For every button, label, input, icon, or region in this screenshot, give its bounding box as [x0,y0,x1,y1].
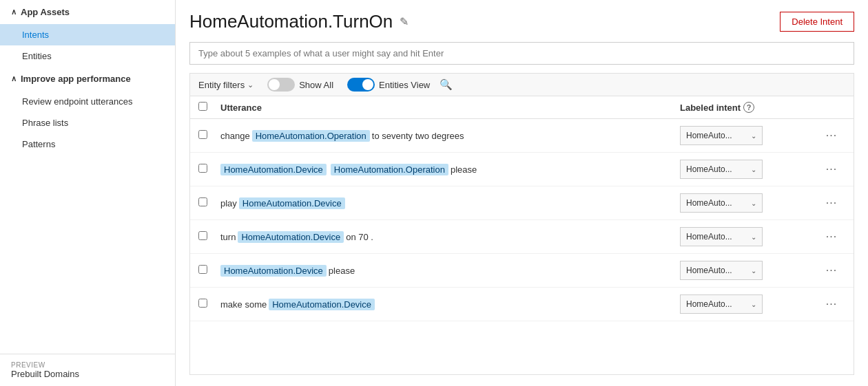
table-body: change HomeAutomation.Operation to seven… [190,119,854,321]
utterance-plain-text: change [220,131,250,141]
entity-tag[interactable]: HomeAutomation.Device [269,299,375,310]
table-row: HomeAutomation.Device pleaseHomeAuto...⌄… [190,254,854,288]
entity-tag[interactable]: HomeAutomation.Device [239,197,345,209]
intent-dropdown-chevron-icon: ⌄ [751,166,756,173]
intent-label: HomeAuto... [686,164,748,174]
row-checkbox [198,130,215,141]
page-title-text: HomeAutomation.TurnOn [189,11,393,32]
review-label: Review endpoint utterances [22,96,132,107]
show-all-label: Show All [299,80,333,90]
utterance-text: make some HomeAutomation.Device [220,299,680,310]
entity-tag[interactable]: HomeAutomation.Device [220,164,327,175]
sidebar-item-review[interactable]: Review endpoint utterances [0,91,175,112]
page-title: HomeAutomation.TurnOn ✎ [189,11,409,32]
entity-filters-chevron-icon: ⌄ [247,81,254,89]
row-checkbox [198,164,215,175]
sidebar-section-improve[interactable]: ∧ Improve app performance [0,67,175,91]
entity-tag[interactable]: HomeAutomation.Operation [252,130,370,142]
col-labeled-intent-header: Labeled intent ? [680,102,818,113]
entity-filters-button[interactable]: Entity filters ⌄ [198,80,254,90]
row-more-button[interactable]: ··· [823,163,840,175]
intent-dropdown-chevron-icon: ⌄ [751,132,756,140]
edit-title-icon[interactable]: ✎ [400,15,409,28]
table-row: turn HomeAutomation.Device on 70 .HomeAu… [190,220,854,254]
utterance-text: play HomeAutomation.Device [220,197,680,209]
sidebar-section-app-assets[interactable]: ∧ App Assets [0,0,175,24]
labeled-intent-cell: HomeAuto...⌄ [680,294,818,314]
intent-dropdown[interactable]: HomeAuto...⌄ [680,160,763,179]
intent-dropdown[interactable]: HomeAuto...⌄ [680,126,763,145]
intent-dropdown[interactable]: HomeAuto...⌄ [680,261,763,280]
sidebar-item-phrase-lists[interactable]: Phrase lists [0,112,175,133]
utterance-search-input[interactable] [189,42,854,65]
intents-label: Intents [22,30,49,40]
entities-view-toggle[interactable] [347,78,375,92]
phrase-lists-label: Phrase lists [22,118,68,128]
labeled-intent-cell: HomeAuto...⌄ [680,193,818,213]
collapse-improve-icon: ∧ [11,74,17,83]
sidebar-item-patterns[interactable]: Patterns [0,133,175,155]
utterance-plain-text: please [451,164,477,175]
col-utterance-header: Utterance [220,103,680,113]
show-all-toggle[interactable] [267,78,295,92]
show-all-toggle-group: Show All [267,78,333,92]
row-more-button[interactable]: ··· [823,129,840,142]
row-select-checkbox[interactable] [198,130,207,139]
entities-view-toggle-group: Entities View [347,78,430,92]
row-actions: ··· [818,197,845,209]
table-row: change HomeAutomation.Operation to seven… [190,119,854,153]
row-more-button[interactable]: ··· [823,264,840,277]
intent-dropdown[interactable]: HomeAuto...⌄ [680,294,763,314]
search-button[interactable]: 🔍 [440,78,453,91]
row-checkbox [198,197,215,208]
row-select-checkbox[interactable] [198,299,207,308]
entity-tag[interactable]: HomeAutomation.Operation [331,164,448,175]
header-row: HomeAutomation.TurnOn ✎ Delete Intent [189,11,854,32]
sidebar-item-intents[interactable]: Intents [0,24,175,45]
search-icon: 🔍 [440,78,453,90]
select-all-checkbox[interactable] [198,102,215,113]
sidebar-top: ∧ App Assets Intents Entities ∧ Improve … [0,0,175,155]
intent-label: HomeAuto... [686,232,748,242]
utterance-plain-text: make some [220,299,267,310]
row-select-checkbox[interactable] [198,164,207,173]
row-select-checkbox[interactable] [198,197,207,206]
row-select-checkbox[interactable] [198,265,207,274]
labeled-intent-cell: HomeAuto...⌄ [680,261,818,280]
labeled-intent-help-icon[interactable]: ? [743,102,754,113]
sidebar-item-entities[interactable]: Entities [0,45,175,67]
entities-view-label: Entities View [379,80,430,90]
entities-toggle-knob [362,79,373,90]
delete-intent-button[interactable]: Delete Intent [780,12,854,32]
row-checkbox [198,299,215,310]
improve-label: Improve app performance [21,74,131,84]
intent-dropdown[interactable]: HomeAuto...⌄ [680,193,763,213]
row-more-button[interactable]: ··· [823,298,840,310]
collapse-app-assets-icon: ∧ [11,8,17,17]
row-more-button[interactable]: ··· [823,197,840,209]
row-actions: ··· [818,129,845,142]
sidebar: ∧ App Assets Intents Entities ∧ Improve … [0,0,176,386]
toggle-knob [269,79,280,90]
row-select-checkbox[interactable] [198,231,207,240]
intent-dropdown[interactable]: HomeAuto...⌄ [680,227,763,246]
entities-label: Entities [22,51,52,61]
table-row: play HomeAutomation.DeviceHomeAuto...⌄··… [190,186,854,220]
row-actions: ··· [818,163,845,175]
prebuilt-title: Prebuilt Domains [11,369,164,379]
toolbar: Entity filters ⌄ Show All Entities View … [189,73,854,96]
intent-dropdown-chevron-icon: ⌄ [751,267,756,275]
row-checkbox [198,265,215,276]
row-more-button[interactable]: ··· [823,230,840,243]
app-assets-label: App Assets [21,7,70,17]
entity-tag[interactable]: HomeAutomation.Device [238,231,344,243]
entity-tag[interactable]: HomeAutomation.Device [220,265,327,277]
select-all-input[interactable] [198,102,207,111]
sidebar-prebuilt-domains[interactable]: PREVIEW Prebuilt Domains [0,354,175,386]
utterance-text: turn HomeAutomation.Device on 70 . [220,231,680,243]
intent-label: HomeAuto... [686,266,748,275]
intent-label: HomeAuto... [686,299,748,309]
table-row: HomeAutomation.Device HomeAutomation.Ope… [190,153,854,186]
row-actions: ··· [818,298,845,310]
intent-dropdown-chevron-icon: ⌄ [751,301,756,308]
